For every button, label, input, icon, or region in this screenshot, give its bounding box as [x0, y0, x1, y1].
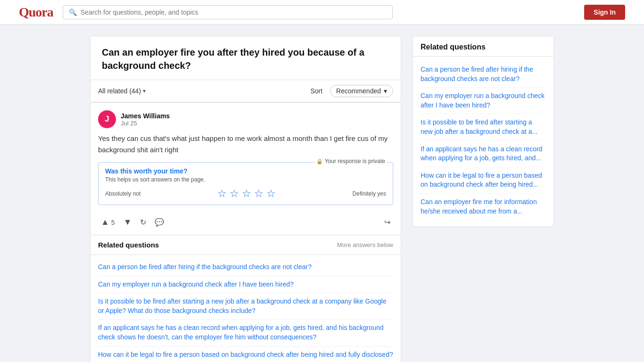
- stars-row: Absolutely not ☆ ☆ ☆ ☆ ☆ Definitely yes: [105, 188, 386, 200]
- related-questions-card: Related questions More answers below Can…: [90, 235, 401, 362]
- star-label-left: Absolutely not: [105, 190, 140, 197]
- all-related-filter[interactable]: All related (44) ▾: [98, 87, 146, 95]
- answer-date: Jul 25: [121, 120, 170, 127]
- share-button[interactable]: ↪: [381, 216, 393, 229]
- reshare-icon: ↻: [140, 218, 146, 227]
- question-card: Can an employer fire you after they hire…: [90, 36, 401, 103]
- downvote-button[interactable]: ▼: [121, 215, 135, 229]
- sort-dropdown[interactable]: Recommended ▾: [330, 85, 393, 97]
- all-related-label: All related (44): [98, 87, 141, 95]
- sidebar-link[interactable]: Can my employer run a background check a…: [421, 88, 546, 114]
- rating-subtitle: This helps us sort answers on the page.: [105, 176, 386, 183]
- sidebar-link[interactable]: Is it possible to be fired after startin…: [421, 114, 546, 140]
- answer-text: Yes they can cus that's what just happen…: [98, 133, 393, 156]
- author-name: James Williams: [121, 112, 170, 120]
- star-3[interactable]: ☆: [242, 188, 251, 200]
- reshare-button[interactable]: ↻: [137, 216, 149, 229]
- answer-item: J James Williams Jul 25 Yes they can cus…: [90, 103, 401, 235]
- upvote-button[interactable]: ▲ 5: [98, 215, 118, 229]
- sidebar-list: Can a person be fired after hiring if th…: [413, 57, 553, 226]
- sidebar-card: Related questions Can a person be fired …: [413, 36, 554, 227]
- chevron-down-icon: ▾: [143, 88, 146, 94]
- rating-question: Was this worth your time?: [105, 167, 386, 175]
- star-4[interactable]: ☆: [254, 188, 264, 200]
- star-label-right: Definitely yes: [353, 190, 386, 197]
- page-body: Can an employer fire you after they hire…: [39, 25, 605, 362]
- vote-count: 5: [111, 219, 115, 226]
- sidebar: Related questions Can a person be fired …: [413, 36, 554, 362]
- avatar: J: [98, 110, 116, 128]
- author-info: James Williams Jul 25: [121, 112, 170, 127]
- sort-label: Sort: [310, 87, 322, 95]
- header: Quora 🔍 Sign In: [0, 0, 644, 25]
- sidebar-link[interactable]: How can it be legal to fire a person bas…: [421, 167, 546, 194]
- rating-box: 🔒 Your response is private Was this wort…: [98, 162, 393, 205]
- search-input[interactable]: [81, 8, 387, 16]
- stars[interactable]: ☆ ☆ ☆ ☆ ☆: [217, 188, 276, 200]
- downvote-icon: ▼: [124, 217, 132, 227]
- related-questions-list: Can a person be fired after hiring if th…: [91, 255, 401, 362]
- related-link[interactable]: How can it be legal to fire a person bas…: [98, 346, 393, 362]
- search-icon: 🔍: [69, 8, 77, 16]
- related-questions-header: Related questions More answers below: [91, 235, 401, 255]
- share-icon: ↪: [384, 218, 390, 227]
- answer-actions: ▲ 5 ▼ ↻ 💬 ↪: [98, 212, 393, 235]
- comment-icon: 💬: [155, 218, 164, 227]
- sidebar-header: Related questions: [413, 36, 553, 57]
- star-2[interactable]: ☆: [230, 188, 239, 200]
- related-link[interactable]: Can a person be fired after hiring if th…: [98, 259, 393, 276]
- sidebar-link[interactable]: Can an employer fire me for information …: [421, 194, 546, 220]
- signin-button[interactable]: Sign In: [584, 5, 625, 20]
- lock-icon: 🔒: [316, 158, 323, 165]
- related-link[interactable]: If an applicant says he has a clean reco…: [98, 320, 393, 346]
- comment-button[interactable]: 💬: [152, 216, 167, 229]
- main-content: Can an employer fire you after they hire…: [90, 36, 401, 362]
- sidebar-link[interactable]: Can a person be fired after hiring if th…: [421, 61, 546, 88]
- answer-author: J James Williams Jul 25: [98, 110, 393, 128]
- sort-value: Recommended: [336, 87, 381, 95]
- related-link[interactable]: Can my employer run a background check a…: [98, 276, 393, 294]
- more-answers-label: More answers below: [337, 241, 393, 248]
- question-title: Can an employer fire you after they hire…: [91, 36, 401, 80]
- sidebar-link[interactable]: If an applicant says he has a clean reco…: [421, 141, 546, 167]
- chevron-down-icon: ▾: [384, 87, 387, 95]
- upvote-icon: ▲: [101, 217, 109, 227]
- answers-header: All related (44) ▾ Sort Recommended ▾: [91, 80, 401, 102]
- related-link[interactable]: Is it possible to be fired after startin…: [98, 293, 393, 320]
- star-1[interactable]: ☆: [217, 188, 227, 200]
- search-bar: 🔍: [63, 5, 393, 19]
- star-5[interactable]: ☆: [266, 188, 276, 200]
- related-questions-title: Related questions: [98, 241, 159, 249]
- quora-logo[interactable]: Quora: [19, 5, 53, 20]
- rating-private-label: 🔒 Your response is private: [314, 158, 387, 165]
